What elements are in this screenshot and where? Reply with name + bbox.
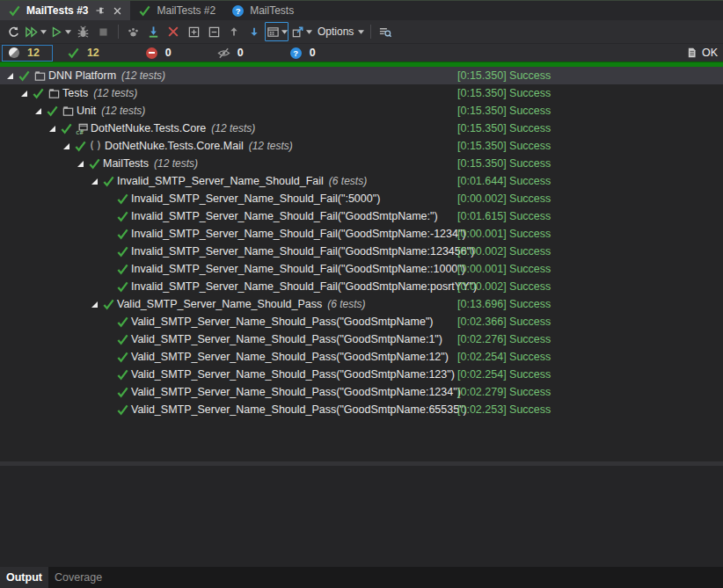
solution-icon — [60, 105, 76, 118]
passed-icon — [67, 47, 80, 60]
success-check-icon — [115, 210, 130, 223]
collapse-all-button[interactable] — [204, 22, 223, 41]
expander-icon[interactable] — [60, 143, 73, 149]
success-check-icon — [87, 157, 102, 171]
bottom-tab-output[interactable]: Output — [0, 567, 48, 588]
indent-spacer — [0, 234, 102, 235]
filter-icon — [378, 25, 392, 39]
run-all-tests-button[interactable] — [24, 22, 47, 41]
expander-icon[interactable] — [88, 301, 101, 308]
arrow-down-icon — [247, 25, 261, 39]
test-tree-row[interactable]: ()DotNetNuke.Tests.Core.Mail(12 tests)[0… — [0, 137, 723, 155]
test-tree-row[interactable]: c#DotNetNuke.Tests.Core(12 tests)[0:15.3… — [0, 120, 723, 137]
test-node-label: Valid_SMTP_Server_Name_Should_Pass("Good… — [131, 333, 442, 345]
test-node-label: DotNetNuke.Tests.Core.Mail — [105, 140, 244, 152]
total-tests-toggle[interactable]: 12 — [2, 45, 53, 62]
indent-spacer — [0, 322, 102, 323]
test-tree-row[interactable]: Valid_SMTP_Server_Name_Should_Pass("Good… — [0, 383, 723, 401]
test-node-label: Invalid_SMTP_Server_Name_Should_Fail("Go… — [131, 263, 465, 275]
run-selected-tests-button[interactable] — [48, 22, 72, 41]
expander-icon[interactable] — [46, 126, 59, 132]
success-check-icon — [115, 263, 130, 276]
expander-icon[interactable] — [74, 161, 87, 167]
test-duration-status: [0:15.350] Success — [457, 122, 551, 134]
test-tree-row[interactable]: Valid_SMTP_Server_Name_Should_Pass("Good… — [0, 401, 723, 418]
test-count: (12 tests) — [154, 157, 198, 170]
toolbar-separator — [370, 25, 371, 39]
inconclusive-tests-filter[interactable]: ? 0 — [289, 47, 316, 60]
previous-test-button[interactable] — [224, 22, 244, 41]
remove-tests-button[interactable] — [164, 22, 183, 41]
stop-button[interactable] — [93, 22, 113, 41]
indent-spacer — [0, 111, 32, 112]
check-icon — [138, 4, 151, 18]
test-duration-status: [0:13.696] Success — [457, 298, 551, 310]
session-status: OK — [685, 44, 718, 62]
test-node-label: Tests — [62, 87, 88, 99]
pin-icon[interactable] — [95, 5, 106, 16]
track-active-test-button[interactable] — [123, 22, 142, 41]
test-node-label: DNN Platform — [48, 69, 116, 82]
test-tree-row[interactable]: Invalid_SMTP_Server_Name_Should_Fail(6 t… — [0, 172, 723, 190]
test-count: (12 tests) — [93, 87, 137, 99]
test-tree-row[interactable]: Invalid_SMTP_Server_Name_Should_Fail("Go… — [0, 260, 723, 278]
test-node-label: Valid_SMTP_Server_Name_Should_Pass — [117, 298, 322, 310]
test-count: (12 tests) — [101, 105, 145, 117]
bottom-tab-coverage[interactable]: Coverage — [48, 567, 108, 588]
test-tree-row[interactable]: Invalid_SMTP_Server_Name_Should_Fail("Go… — [0, 243, 723, 260]
bottom-tab-bar: OutputCoverage — [0, 567, 723, 588]
expander-icon[interactable] — [32, 108, 45, 114]
failed-icon — [145, 47, 158, 60]
debug-icon — [76, 25, 90, 39]
expander-icon[interactable] — [4, 73, 17, 79]
indent-spacer — [0, 181, 88, 182]
test-tree-row[interactable]: Valid_SMTP_Server_Name_Should_Pass(6 tes… — [0, 295, 723, 313]
test-tree-row[interactable]: DNN Platform(12 tests)[0:15.350] Success — [0, 67, 723, 84]
indent-spacer — [0, 199, 102, 200]
test-duration-status: [0:00.002] Success — [457, 245, 551, 258]
stop-icon — [96, 25, 110, 39]
test-tree-row[interactable]: Valid_SMTP_Server_Name_Should_Pass("Good… — [0, 366, 723, 383]
svg-text:c#: c# — [76, 127, 84, 134]
csproject-icon: c# — [74, 122, 90, 135]
test-duration-status: [0:02.254] Success — [457, 351, 551, 363]
test-tree-row[interactable]: Valid_SMTP_Server_Name_Should_Pass("Good… — [0, 348, 723, 366]
expander-icon[interactable] — [88, 178, 101, 185]
status-text: OK — [702, 47, 718, 59]
session-tab-mailtests-2[interactable]: MailTests #2 — [130, 1, 223, 20]
namespace-icon: () — [88, 140, 104, 152]
session-tab-label: MailTests — [250, 4, 294, 17]
success-check-icon — [115, 280, 130, 294]
refresh-button[interactable] — [4, 22, 23, 41]
test-count: (6 tests) — [329, 175, 367, 187]
test-tree-row[interactable]: Valid_SMTP_Server_Name_Should_Pass("Good… — [0, 313, 723, 330]
close-icon[interactable] — [113, 6, 122, 16]
expand-all-button[interactable] — [184, 22, 203, 41]
session-tab-mailtests[interactable]: ?MailTests — [223, 1, 302, 20]
success-check-icon — [115, 368, 130, 381]
next-test-button[interactable] — [245, 22, 264, 41]
test-node-label: MailTests — [103, 157, 149, 170]
filter-button[interactable] — [376, 22, 395, 41]
test-tree-row[interactable]: Invalid_SMTP_Server_Name_Should_Fail(":5… — [0, 190, 723, 207]
debug-tests-button[interactable] — [73, 22, 92, 41]
group-by-button[interactable] — [265, 22, 288, 41]
test-tree-row[interactable]: Invalid_SMTP_Server_Name_Should_Fail("Go… — [0, 278, 723, 295]
test-tree-row[interactable]: Invalid_SMTP_Server_Name_Should_Fail("Go… — [0, 207, 723, 225]
export-button[interactable] — [289, 22, 313, 41]
failed-tests-filter[interactable]: 0 — [145, 47, 172, 60]
indent-spacer — [0, 146, 60, 147]
test-tree-row[interactable]: Unit(12 tests)[0:15.350] Success — [0, 102, 723, 120]
passed-tests-filter[interactable]: 12 — [67, 47, 99, 60]
all-tests-icon — [7, 47, 20, 60]
test-tree-row[interactable]: Valid_SMTP_Server_Name_Should_Pass("Good… — [0, 330, 723, 348]
append-tests-button[interactable] — [143, 22, 163, 41]
expander-icon[interactable] — [18, 91, 31, 97]
test-tree-row[interactable]: Invalid_SMTP_Server_Name_Should_Fail("Go… — [0, 225, 723, 243]
chevron-down-icon — [281, 30, 288, 34]
session-tab-mailtests-3[interactable]: MailTests #3 — [0, 1, 130, 20]
test-tree-row[interactable]: Tests(12 tests)[0:15.350] Success — [0, 84, 723, 102]
test-tree-row[interactable]: MailTests(12 tests)[0:15.350] Success — [0, 155, 723, 172]
ignored-tests-filter[interactable]: 0 — [217, 47, 244, 60]
options-button[interactable]: Options — [314, 22, 365, 41]
